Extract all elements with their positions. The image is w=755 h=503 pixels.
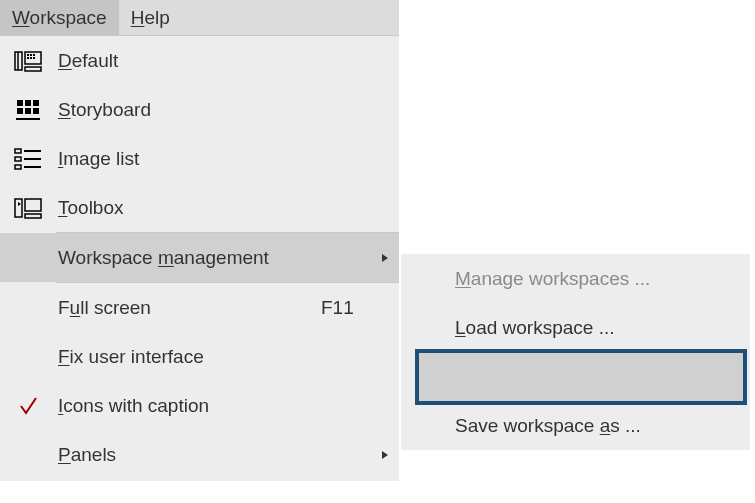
menu-item-label: Manage workspaces ... — [453, 268, 750, 290]
submenu-load-workspace[interactable]: Load workspace ... — [401, 303, 750, 352]
menu-item-label: Save workspace as ... — [453, 415, 750, 437]
menu-item-label: Storyboard — [56, 99, 321, 121]
menu-storyboard[interactable]: Storyboard — [0, 85, 399, 134]
menu-workspace-management[interactable]: Workspace management — [0, 233, 399, 282]
imagelist-icon — [0, 147, 56, 171]
svg-rect-21 — [15, 165, 21, 169]
submenu-arrow-icon — [371, 253, 399, 263]
svg-rect-5 — [33, 54, 35, 56]
toolbox-icon — [0, 196, 56, 220]
svg-rect-24 — [25, 199, 41, 211]
svg-rect-14 — [25, 108, 31, 114]
menu-icons-with-caption[interactable]: Icons with caption — [0, 381, 399, 430]
svg-rect-15 — [33, 108, 39, 114]
svg-rect-12 — [33, 100, 39, 106]
submenu-manage-workspaces[interactable]: Manage workspaces ... — [401, 254, 750, 303]
svg-rect-11 — [25, 100, 31, 106]
svg-rect-6 — [27, 57, 29, 59]
menu-panels[interactable]: Panels — [0, 430, 399, 479]
svg-rect-19 — [15, 157, 21, 161]
menu-item-label: Panels — [56, 444, 321, 466]
menubar-label: Workspace — [12, 7, 107, 29]
menubar-help[interactable]: Help — [119, 0, 182, 35]
workspace-management-submenu: Manage workspaces ... Load workspace ...… — [401, 254, 750, 450]
default-icon — [0, 49, 56, 73]
menubar-workspace[interactable]: Workspace — [0, 0, 119, 35]
menu-default[interactable]: Default — [0, 36, 399, 85]
svg-rect-10 — [17, 100, 23, 106]
svg-rect-4 — [30, 54, 32, 56]
svg-rect-7 — [30, 57, 32, 59]
menu-item-label: Workspace management — [56, 247, 321, 269]
svg-rect-23 — [15, 199, 22, 217]
menu-image-list[interactable]: Image list — [0, 134, 399, 183]
menubar: Workspace Help — [0, 0, 399, 35]
menu-item-label: Default — [56, 50, 321, 72]
menu-item-label: Icons with caption — [56, 395, 321, 417]
menu-toolbox[interactable]: Toolbox — [0, 183, 399, 232]
submenu-save-workspace[interactable]: Save workspace — [401, 352, 750, 401]
check-icon — [0, 394, 56, 418]
storyboard-icon — [0, 98, 56, 122]
menu-full-screen[interactable]: Full screen F11 — [0, 283, 399, 332]
svg-rect-3 — [27, 54, 29, 56]
menu-item-label: Image list — [56, 148, 321, 170]
svg-rect-17 — [15, 149, 21, 153]
menu-item-label: Load workspace ... — [453, 317, 750, 339]
submenu-arrow-icon — [371, 450, 399, 460]
submenu-save-workspace-as[interactable]: Save workspace as ... — [401, 401, 750, 450]
menu-fix-user-interface[interactable]: Fix user interface — [0, 332, 399, 381]
menu-item-label: Save workspace — [453, 366, 750, 388]
svg-rect-9 — [25, 67, 41, 71]
shortcut-label: F11 — [321, 297, 371, 319]
svg-rect-25 — [25, 214, 41, 218]
menu-item-label: Fix user interface — [56, 346, 321, 368]
menu-item-label: Toolbox — [56, 197, 321, 219]
menu-item-label: Full screen — [56, 297, 321, 319]
svg-rect-8 — [33, 57, 35, 59]
menubar-label: Help — [131, 7, 170, 29]
workspace-menu: Default Storyboard — [0, 35, 399, 481]
svg-rect-13 — [17, 108, 23, 114]
